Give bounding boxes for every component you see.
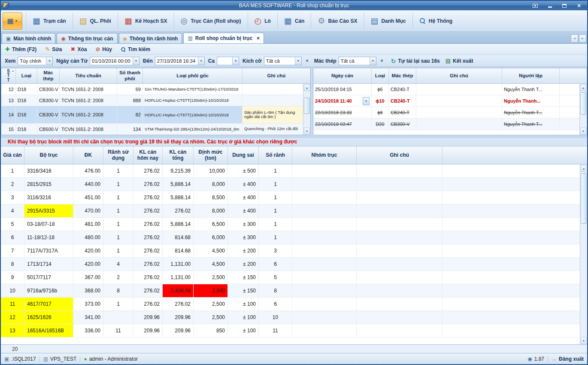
clear-grade-filter-button[interactable]: × xyxy=(379,57,385,65)
roll-table-row[interactable]: 12 1625/1626 341.00 209.96 209.96 2,500 … xyxy=(1,311,580,324)
date-to-input[interactable]: 27/10/2018 16:34 ▼ xyxy=(155,57,205,65)
main-menu-button[interactable]: ▦ ▼ xyxy=(3,12,22,30)
column-header-dinh-muc[interactable]: Định mức (ton) xyxy=(194,146,228,164)
column-header-ngay-can[interactable]: Ngày cán xyxy=(313,68,372,83)
roll-table-row[interactable]: 11 4617/7017 373.00 1 276.02 276.02 2,50… xyxy=(1,298,580,311)
column-header-loai[interactable]: Loại xyxy=(372,68,389,83)
roll-table-row[interactable]: 2 2815/2915 440.00 1 276.02 5,886.14 8,0… xyxy=(1,178,580,191)
search-button[interactable]: Tìm kiếm xyxy=(121,46,150,52)
scrollbar-thumb[interactable] xyxy=(304,97,310,114)
ribbon-item-danh-muc[interactable]: ▤ Danh Mục xyxy=(365,12,412,30)
scrollbar-thumb[interactable] xyxy=(581,173,587,224)
roll-table-row[interactable]: 9 5017/7117 367.00 2 276.02 1,131.00 2,5… xyxy=(1,271,580,284)
column-header-stt[interactable]: STT ▲ xyxy=(1,68,16,83)
column-header-dk[interactable]: ĐK xyxy=(73,146,103,164)
tab-scroll-left-button[interactable]: ◄ xyxy=(571,34,578,43)
minimize-button[interactable] xyxy=(546,2,554,9)
vertical-scrollbar[interactable]: ▲ ▼ xyxy=(303,84,310,135)
column-header-loai[interactable]: Loại xyxy=(16,68,37,83)
scroll-up-button[interactable]: ▲ xyxy=(580,84,586,91)
grade-select[interactable]: Tất cả ▼ xyxy=(339,57,376,65)
tab-man-hinh-chinh[interactable]: ▣ Màn hình chính xyxy=(2,33,55,43)
ribbon-item-lo[interactable]: ◴ Lò xyxy=(249,12,276,30)
tab-scroll-right-button[interactable]: ► xyxy=(579,34,586,43)
roll-table-row[interactable]: 13 16516A/16516B 336.00 11 209.96 209.96… xyxy=(1,324,580,338)
table-row[interactable]: 12 D18 CB300-V TCVN 1651-2: 2008 69 GIA … xyxy=(1,84,303,95)
roll-table-row[interactable]: 7 7117A/7317A 420.00 1 276.02 814.68 4,5… xyxy=(1,244,580,258)
column-header-ghi-chu[interactable]: Ghi chú xyxy=(416,68,502,83)
scroll-up-button[interactable]: ▲ xyxy=(304,84,310,91)
roll-table-row[interactable]: 1 3316/3416 476.00 1 276.02 9,215.39 10,… xyxy=(1,164,580,178)
column-header-ghi-chu[interactable]: Ghi chú xyxy=(357,146,443,164)
ribbon-item-he-thong[interactable]: Hệ Thống xyxy=(414,12,458,30)
column-header-tieu-chuan[interactable]: Tiêu chuẩn xyxy=(60,68,117,83)
column-header-ranh-su-dung[interactable]: Rãnh sử dụng xyxy=(103,146,133,164)
vertical-scrollbar[interactable]: ▲ ▼ xyxy=(580,164,587,344)
date-from-input[interactable]: 01/10/2016 00:00 ▼ xyxy=(90,57,139,65)
clear-size-filter-button[interactable]: × xyxy=(304,57,311,65)
column-header-gia-can[interactable]: Giá cán xyxy=(1,146,24,164)
roll-table-row[interactable]: 5 03-18/07-18 481.00 1 276.02 5,886.14 6… xyxy=(1,218,580,231)
table-row[interactable]: 22/10/2018 23:33 ▼ ϕ8 CB240-T Nguyễn Tha… xyxy=(313,107,579,119)
scrollbar-track[interactable] xyxy=(304,91,310,127)
column-header-dung-sai[interactable]: Dung sai xyxy=(228,146,259,164)
scrollbar-track[interactable] xyxy=(580,91,586,127)
roll-table-row[interactable]: 4 2915A/3315 470.00 1 276.02 276.02 8,00… xyxy=(1,204,580,218)
cancel-button[interactable]: ⊘ Hủy xyxy=(95,46,112,52)
column-header-so-thanh-phoi[interactable]: Số thanh phôi xyxy=(117,68,143,83)
column-header-nhom-truc[interactable]: Nhóm trục xyxy=(292,146,357,164)
column-header-bo-truc[interactable]: Bộ trục xyxy=(24,146,73,164)
chevron-down-icon[interactable]: ▼ xyxy=(232,57,239,65)
column-header-mac-thep[interactable]: Mác thép xyxy=(37,68,60,83)
roll-table-row[interactable]: 10 9716a/9716b 368.00 8 276.02 2,438.08 … xyxy=(1,284,580,298)
ribbon-item-can[interactable]: ▦ Cán xyxy=(279,12,310,30)
table-row[interactable]: 22/10/2018 03:47 ▼ D20 CB300-V Nguyễn Th… xyxy=(313,119,579,130)
roll-table-row[interactable]: 8 1713/1714 420.00 4 276.02 1,131.00 4,5… xyxy=(1,258,580,271)
column-header-nguoi-lap[interactable]: Người lập xyxy=(502,68,560,83)
edit-button[interactable]: ✎ Sửa xyxy=(45,46,62,52)
chevron-down-icon[interactable]: ▼ xyxy=(198,57,204,65)
ribbon-item-ql-phoi[interactable]: ▤ QL. Phôi xyxy=(74,12,117,30)
close-button[interactable]: × xyxy=(575,2,583,9)
table-row[interactable]: 24/10/2018 11:40 ▼ ϕ10 CB240-T Nguyễn Th… xyxy=(313,95,579,107)
chevron-down-icon[interactable]: ▼ xyxy=(295,57,301,65)
column-header-loai-phoi-goc[interactable]: Loại phôi gốc xyxy=(143,68,242,83)
chevron-down-icon[interactable]: ▼ xyxy=(46,57,52,65)
tab-thong-tin-truc-can[interactable]: ◉ Thông tin trục cán xyxy=(57,33,117,43)
auto-reload-button[interactable]: ↻ Tự tải lại sau 16s xyxy=(391,58,440,64)
tab-roll-shop-chuan-bi-truc[interactable]: ▥ Roll shop chuẩn bị trục × xyxy=(183,33,264,43)
scrollbar-track[interactable] xyxy=(581,172,587,337)
chevron-down-icon[interactable]: ▼ xyxy=(133,57,139,65)
shift-select[interactable]: ▼ xyxy=(217,57,239,65)
fit-screen-button[interactable] xyxy=(531,2,539,9)
column-header-so-ranh[interactable]: Số rãnh xyxy=(259,146,292,164)
chevron-down-icon[interactable]: ▼ xyxy=(363,97,370,105)
ribbon-item-bao-cao-sx[interactable]: ⚙ Báo Cáo SX xyxy=(312,12,363,30)
table-row[interactable]: 25/10/2018 04:15 ▼ ϕ6 CB240-T Nguyễn Tha… xyxy=(313,84,579,95)
add-button[interactable]: ✚ Thêm (F2) xyxy=(5,46,36,52)
column-header-mac-thep[interactable]: Mác thép xyxy=(389,68,416,83)
ribbon-item-truc-can[interactable]: ◎ Trục Cán (Roll shop) xyxy=(175,12,247,30)
maximize-button[interactable] xyxy=(561,2,568,9)
column-header-ghi-chu[interactable]: Ghi chú xyxy=(242,68,310,83)
logout-button[interactable]: → Đăng xuất xyxy=(552,356,584,362)
scroll-down-button[interactable]: ▼ xyxy=(581,337,587,344)
export-button[interactable]: ▤ Kết xuất xyxy=(446,58,473,64)
table-row[interactable]: 13 D18 CB300-V TCVN 1651-2: 2008 888 HOP… xyxy=(1,95,303,106)
table-row[interactable]: 14 D18 CB300-V TCVN 1651-2: 2008 82 HOPL… xyxy=(1,106,303,124)
size-select[interactable]: Tất cả ▼ xyxy=(264,57,302,65)
column-header-kl-can-hom-nay[interactable]: KL cán hôm nay xyxy=(133,146,163,164)
ribbon-item-ke-hoach-sx[interactable]: ▦ Kế Hoạch SX xyxy=(119,12,173,30)
roll-table-row[interactable]: 3 3116/3216 451.00 1 276.02 5,886.14 8,5… xyxy=(1,191,580,204)
tab-thong-tin-ranh-hinh[interactable]: ◈ Thông tin rãnh hình xyxy=(119,33,182,43)
delete-button[interactable]: ✖ Xóa xyxy=(71,46,87,52)
vertical-scrollbar[interactable]: ▲ ▼ xyxy=(579,84,587,135)
chevron-down-icon[interactable]: ▼ xyxy=(370,57,376,65)
column-header-kl-can-tong[interactable]: KL cán tổng xyxy=(163,146,194,164)
scrollbar-thumb[interactable] xyxy=(580,92,586,115)
close-tab-icon[interactable]: × xyxy=(257,36,260,41)
table-row[interactable]: 15 D18 CB500-V TCVN 1651-2: 2008 134 VTM… xyxy=(1,124,303,135)
scroll-down-button[interactable]: ▼ xyxy=(304,128,310,134)
scroll-up-button[interactable]: ▲ xyxy=(581,165,587,172)
roll-table-row[interactable]: 6 11-18/12-18 480.00 1 276.02 814.68 6,0… xyxy=(1,231,580,244)
